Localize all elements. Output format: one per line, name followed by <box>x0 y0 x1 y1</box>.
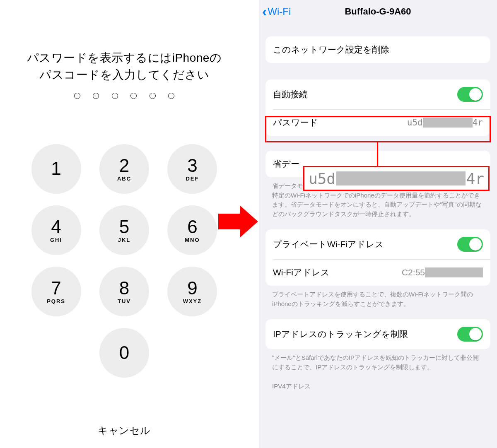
prompt-line2: パスコードを入力してください <box>39 68 209 81</box>
password-cell[interactable]: パスワード u5d4r <box>265 109 490 136</box>
private-addr-toggle[interactable] <box>457 237 483 252</box>
password-mask <box>423 118 473 128</box>
key-4[interactable]: 4GHI <box>31 205 81 255</box>
wifi-addr-value: C2:55 <box>402 267 483 277</box>
passcode-prompt: パスワードを表示するにはiPhoneの パスコードを入力してください <box>0 50 248 83</box>
zoom-suffix: 4r <box>466 170 484 187</box>
prompt-line1: パスワードを表示するにはiPhoneの <box>27 51 222 64</box>
limit-tracking-cell[interactable]: IPアドレスのトラッキングを制限 <box>265 319 490 349</box>
arrow-icon <box>218 205 258 238</box>
key-0[interactable]: 0 <box>99 328 149 378</box>
private-addr-label: プライベートWi-Fiアドレス <box>273 238 384 250</box>
group-forget: このネットワーク設定を削除 <box>265 36 490 63</box>
key-1[interactable]: 1 <box>31 144 81 194</box>
key-6[interactable]: 6MNO <box>167 205 217 255</box>
zoom-mask <box>336 171 466 185</box>
svg-marker-0 <box>218 205 258 238</box>
auto-join-cell[interactable]: 自動接続 <box>265 79 490 109</box>
key-9[interactable]: 9WXYZ <box>167 267 217 316</box>
key-7[interactable]: 7PQRS <box>31 267 81 316</box>
forget-network-cell[interactable]: このネットワーク設定を削除 <box>265 36 490 63</box>
forget-network-label: このネットワーク設定を削除 <box>273 44 389 55</box>
passcode-dot <box>130 93 137 99</box>
passcode-dot <box>168 93 174 99</box>
key-8[interactable]: 8TUV <box>99 267 149 316</box>
auto-join-label: 自動接続 <box>273 89 308 100</box>
password-label: パスワード <box>273 117 318 128</box>
private-addr-cell[interactable]: プライベートWi-Fiアドレス <box>265 229 490 259</box>
nav-bar: ‹ Wi-Fi Buffalo-G-9A60 <box>259 0 497 25</box>
group-private-addr: プライベートWi-Fiアドレス Wi-Fiアドレス C2:55 <box>265 229 490 286</box>
zoom-prefix: u5d <box>309 170 335 187</box>
passcode-dots <box>0 93 248 101</box>
highlight-zoom: u5d 4r <box>303 166 490 191</box>
ipv4-header: IPV4アドレス <box>272 382 484 391</box>
private-addr-footer: プライベートアドレスを使用することで、複数のWi-Fiネットワーク間のiPhon… <box>272 290 484 308</box>
keypad: 1 2ABC 3DEF 4GHI 5JKL 6MNO 7PQRS 8TUV 9W… <box>0 144 248 389</box>
group-connection: 自動接続 パスワード u5d4r <box>265 79 490 136</box>
group-limit-tracking: IPアドレスのトラッキングを制限 <box>265 319 490 349</box>
passcode-dot <box>74 93 80 99</box>
passcode-dot <box>93 93 99 99</box>
key-3[interactable]: 3DEF <box>167 144 217 194</box>
passcode-dot <box>150 93 156 99</box>
page-title: Buffalo-G-9A60 <box>259 6 497 17</box>
limit-tracking-footer: "メール"とSafariであなたのIPアドレスを既知のトラッカーに対して非公開に… <box>272 353 484 372</box>
cancel-button[interactable]: キャンセル <box>0 424 248 437</box>
passcode-dot <box>112 93 118 99</box>
auto-join-toggle[interactable] <box>457 87 483 102</box>
key-5[interactable]: 5JKL <box>99 205 149 255</box>
wifi-detail-screen: ‹ Wi-Fi Buffalo-G-9A60 このネットワーク設定を削除 自動接… <box>259 0 497 448</box>
wifi-addr-cell: Wi-Fiアドレス C2:55 <box>265 259 490 286</box>
wifi-addr-label: Wi-Fiアドレス <box>273 267 330 278</box>
limit-tracking-toggle[interactable] <box>457 327 483 342</box>
passcode-screen: パスワードを表示するにはiPhoneの パスコードを入力してください 1 2AB… <box>0 0 248 448</box>
wifi-addr-mask <box>425 267 483 277</box>
password-value: u5d4r <box>407 118 483 128</box>
key-2[interactable]: 2ABC <box>99 144 149 194</box>
limit-tracking-label: IPアドレスのトラッキングを制限 <box>273 328 408 340</box>
low-data-label: 省デー <box>273 158 302 170</box>
